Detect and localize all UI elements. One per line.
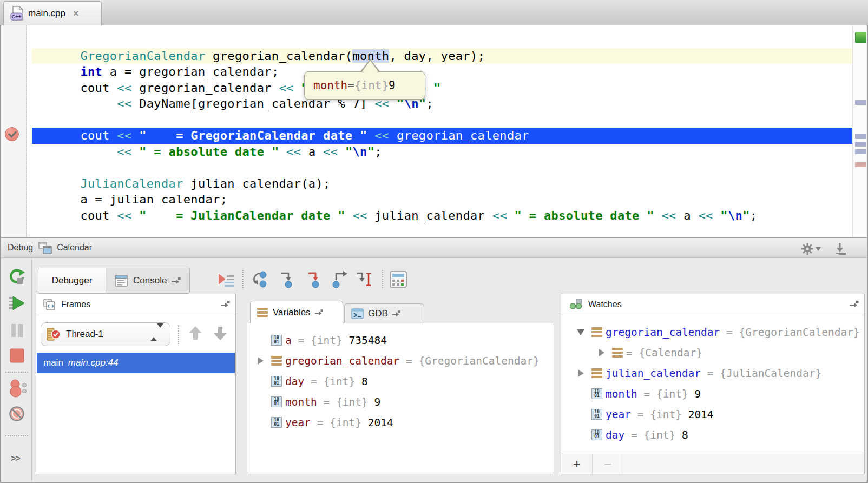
thread-selector[interactable]: Thread-1 [41,322,170,346]
code-line[interactable]: GregorianCalendar gregorian_calendar(mon… [32,48,853,64]
code-line[interactable]: a = julian_calendar; [32,191,853,208]
variable-type: {int} [330,416,361,429]
watch-row[interactable]: 1001month = {int} 9 [573,383,864,404]
variable-name: day [606,429,624,441]
hide-toolwindow-icon[interactable] [833,241,847,255]
watch-row[interactable]: 1001year = {int} 2014 [573,404,864,425]
code-line[interactable]: cout << gregorian_calendar << " = absolu… [32,80,853,96]
tooltip-var-name: month [313,79,347,92]
code-area[interactable]: GregorianCalendar gregorian_calendar(mon… [32,25,853,237]
remove-watch-button[interactable]: − [593,455,623,473]
hide-panel-icon[interactable] [849,301,859,308]
hide-panel-icon[interactable] [220,301,230,308]
step-into-icon[interactable] [276,269,295,289]
scrollbar-mark[interactable] [855,142,866,147]
watch-row[interactable]: gregorian_calendar = {GregorianCalendar} [573,322,864,342]
tab-gdb[interactable]: GDB [344,303,424,323]
variable-row[interactable]: 1001year = {int} 2014 [253,412,554,433]
object-value-icon [271,356,282,366]
tab-variables[interactable]: Variables [250,301,343,323]
indent-guide [51,153,52,169]
gdb-console-icon [351,308,364,319]
stack-frame-row[interactable]: main main.cpp:44 [37,353,235,373]
run-to-cursor-icon[interactable] [354,269,373,289]
watch-row[interactable]: julian_calendar = {JulianCalendar} [573,363,864,383]
resume-program-icon[interactable] [8,295,25,312]
code-line[interactable]: << " = absolute date " << a << "\n"; [32,144,853,160]
variable-value: 8 [675,429,688,441]
primitive-value-icon: 1001 [271,417,282,428]
variable-type: {int} [650,408,682,421]
code-line[interactable]: int a = gregorian_calendar; [32,64,853,80]
toolbar-separator [5,435,28,436]
variable-value: 2014 [682,408,714,421]
gear-dropdown-arrow-icon[interactable] [816,247,821,251]
variable-row[interactable]: gregorian_calendar = {GregorianCalendar} [253,350,554,371]
move-to-window-icon [392,310,400,317]
view-breakpoints-icon[interactable] [8,378,29,399]
tooltip-var-value: 9 [389,79,396,92]
variable-value: 8 [355,375,367,388]
code-folding-strip[interactable] [27,25,32,237]
variable-row[interactable]: 1001a = {int} 735484 [253,330,554,350]
scrollbar-mark[interactable] [855,134,866,139]
variables-tree: 1001a = {int} 735484gregorian_calendar =… [247,323,554,433]
tab-debugger[interactable]: Debugger [38,268,106,293]
code-line[interactable] [32,32,853,48]
scrollbar-mark[interactable] [855,149,866,154]
frames-icon [43,298,56,311]
frame-up-icon[interactable] [187,325,204,342]
primitive-value-icon: 1001 [591,429,602,440]
ide-window: C++ main.cpp × GregorianCalendar gregori… [0,0,868,483]
tab-console[interactable]: Console [106,268,189,293]
rerun-icon[interactable] [8,269,25,286]
mute-breakpoints-icon[interactable] [8,405,25,422]
expand-arrow-icon [599,349,604,356]
debug-toolwindow-body: >> Debugger Console [1,258,867,482]
variable-type: {int} [323,375,355,388]
stop-program-icon[interactable] [8,347,25,364]
scrollbar-mark[interactable] [855,162,866,167]
variable-row[interactable]: 1001day = {int} 8 [253,371,554,392]
settings-gear-icon[interactable] [801,242,814,255]
equals-sign: = [637,388,656,400]
scrollbar-mark[interactable] [855,100,866,105]
equals-sign: = [399,355,418,367]
frames-panel-header: Frames [36,294,235,315]
code-line[interactable]: cout << " = JulianCalendar date " << jul… [32,208,853,224]
frames-title: Frames [61,300,90,309]
step-out-icon[interactable] [330,269,350,289]
watch-row[interactable]: = {Calendar} [573,342,864,363]
variable-row[interactable]: 1001month = {int} 9 [253,392,554,412]
thread-selector-stepper[interactable] [150,328,163,338]
code-line[interactable]: << DayName[gregorian_calendar % 7] << "\… [32,96,853,112]
code-line[interactable] [32,160,853,176]
frame-down-icon[interactable] [212,325,229,342]
code-line[interactable]: cout << " = GregorianCalendar date " << … [32,128,853,144]
equals-sign: = [701,367,720,380]
step-over-icon[interactable] [249,269,268,289]
more-actions-chevrons[interactable]: >> [11,454,20,464]
force-step-into-icon[interactable] [303,269,323,289]
variable-value: 9 [368,396,380,408]
watches-panel-header: Watches [561,294,864,315]
tab-main-cpp[interactable]: C++ main.cpp × [3,1,102,25]
code-line[interactable]: JulianCalendar julian_calendar(a); [32,176,853,192]
watch-row[interactable]: 1001day = {int} 8 [573,425,864,445]
code-line[interactable] [32,112,853,128]
variable-name: julian_calendar [606,367,701,380]
add-watch-button[interactable]: + [562,455,592,473]
tab-label: main.cpp [28,8,65,19]
variable-value: 2014 [361,416,393,429]
close-icon[interactable]: × [73,8,79,19]
editor-scrollbar[interactable] [852,25,867,237]
toolbar-separator [623,454,623,474]
show-execution-point-icon[interactable] [216,269,236,289]
collapse-arrow-icon [577,329,584,335]
inspection-status-square[interactable] [855,32,866,43]
evaluate-expression-icon[interactable] [389,269,408,289]
pause-program-icon[interactable] [8,322,25,339]
breakpoint-icon[interactable] [5,127,19,141]
variable-type: {int} [311,334,343,347]
editor-gutter[interactable] [1,25,27,237]
